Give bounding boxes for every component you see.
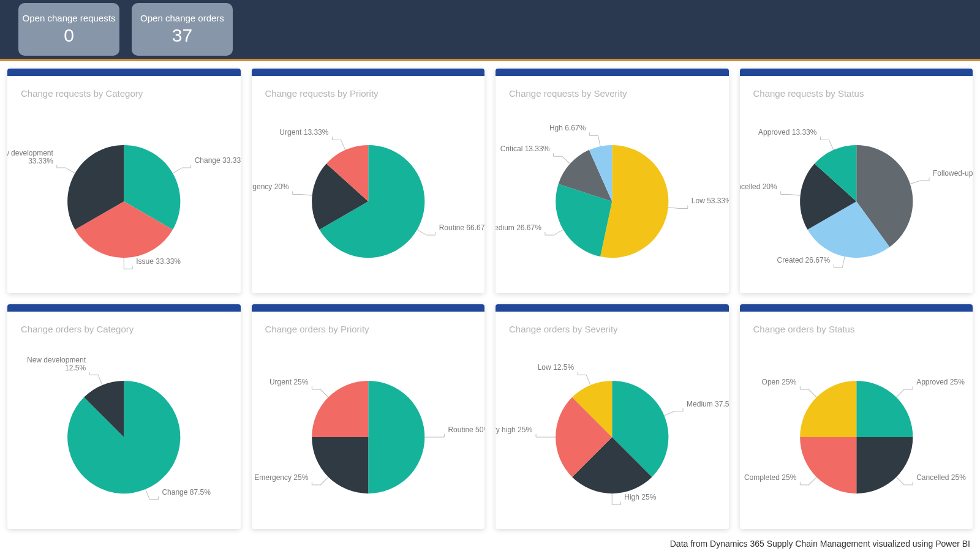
chart-body: Followed-up 40%Created 26.67%Cancelled 2… bbox=[740, 102, 973, 293]
topbar: Open change requests 0 Open change order… bbox=[0, 0, 980, 61]
leader-line bbox=[146, 489, 159, 500]
chart-card[interactable]: Change requests by Status Followed-up 40… bbox=[740, 69, 973, 293]
leader-line bbox=[57, 168, 75, 173]
chart-card[interactable]: Change requests by Priority Routine 66.6… bbox=[252, 69, 485, 293]
chart-title: Change requests by Priority bbox=[252, 76, 485, 102]
pie-chart: Low 53.33%Medium 26.67%Critical 13.33%Hg… bbox=[496, 102, 729, 293]
chart-card[interactable]: Change requests by Category Change 33.33… bbox=[7, 69, 241, 293]
slice-label: Low 12.5% bbox=[538, 363, 575, 372]
slice-label: High 25% bbox=[624, 493, 656, 501]
leader-line bbox=[589, 135, 600, 146]
slice-label: Cancelled 25% bbox=[916, 473, 966, 482]
pie-chart: Medium 37.5%High 25%Very high 25%Low 12.… bbox=[496, 338, 729, 529]
slice-label: Emergency 20% bbox=[252, 182, 289, 191]
leader-line bbox=[332, 140, 345, 149]
slice-label: Emergency 25% bbox=[254, 473, 308, 482]
chart-card[interactable]: Change orders by Severity Medium 37.5%Hi… bbox=[496, 304, 729, 529]
slice-label: Low 53.33% bbox=[692, 197, 729, 205]
chart-body: Approved 25%Cancelled 25%Completed 25%Op… bbox=[740, 338, 973, 529]
leader-line bbox=[312, 477, 328, 485]
chart-title: Change orders by Category bbox=[7, 312, 241, 338]
leader-line bbox=[89, 375, 102, 385]
leader-line bbox=[820, 140, 833, 149]
leader-line bbox=[910, 181, 929, 184]
leader-line bbox=[896, 477, 913, 485]
leader-line bbox=[668, 208, 688, 209]
leader-line bbox=[834, 257, 845, 268]
pie-slice[interactable] bbox=[368, 381, 424, 493]
chart-card[interactable]: Change orders by Status Approved 25%Canc… bbox=[740, 304, 973, 529]
leader-line bbox=[173, 168, 191, 173]
kpi-label: Open change orders bbox=[140, 13, 224, 23]
card-accent-bar bbox=[740, 304, 973, 312]
slice-label: Created 26.67% bbox=[777, 256, 830, 264]
slice-label: Cancelled 20% bbox=[740, 182, 777, 191]
slice-label: Critical 13.33% bbox=[500, 144, 550, 153]
pie-chart: Change 33.33%Issue 33.33%New development… bbox=[7, 102, 241, 293]
kpi-open-change-requests[interactable]: Open change requests 0 bbox=[18, 3, 119, 56]
slice-label: Change 33.33% bbox=[195, 156, 241, 165]
leader-line bbox=[896, 389, 913, 397]
chart-body: Routine 66.67%Emergency 20%Urgent 13.33% bbox=[252, 102, 485, 293]
card-accent-bar bbox=[496, 304, 729, 312]
leader-line bbox=[664, 411, 683, 416]
slice-label: Hgh 6.67% bbox=[549, 124, 586, 132]
pie-chart: Approved 25%Cancelled 25%Completed 25%Op… bbox=[740, 338, 973, 529]
chart-title: Change requests by Status bbox=[740, 76, 973, 102]
chart-card[interactable]: Change orders by Category Change 87.5%Ne… bbox=[7, 304, 241, 529]
card-accent-bar bbox=[252, 69, 485, 76]
chart-body: Low 53.33%Medium 26.67%Critical 13.33%Hg… bbox=[496, 102, 729, 293]
chart-title: Change orders by Severity bbox=[496, 312, 729, 338]
chart-body: Medium 37.5%High 25%Very high 25%Low 12.… bbox=[496, 338, 729, 529]
slice-label: Urgent 25% bbox=[269, 378, 308, 386]
leader-line bbox=[417, 230, 435, 235]
slice-label: Followed-up 40% bbox=[933, 169, 973, 178]
slice-label: Urgent 13.33% bbox=[279, 128, 328, 137]
leader-line bbox=[800, 389, 816, 397]
slice-label: Medium 37.5% bbox=[687, 400, 728, 408]
leader-line bbox=[124, 258, 132, 269]
kpi-value: 0 bbox=[64, 25, 74, 46]
chart-card[interactable]: Change orders by Priority Routine 50%Eme… bbox=[252, 304, 485, 529]
card-accent-bar bbox=[252, 304, 485, 312]
chart-body: Change 87.5%New development12.5% bbox=[7, 338, 241, 529]
kpi-value: 37 bbox=[172, 25, 192, 46]
leader-line bbox=[312, 389, 328, 397]
leader-line bbox=[553, 156, 570, 163]
chart-body: Routine 50%Emergency 25%Urgent 25% bbox=[252, 338, 485, 529]
slice-label: Completed 25% bbox=[744, 473, 796, 482]
kpi-label: Open change requests bbox=[23, 13, 116, 23]
card-accent-bar bbox=[7, 69, 241, 76]
slice-label: Issue 33.33% bbox=[136, 257, 181, 266]
leader-line bbox=[780, 194, 800, 195]
pie-chart: Routine 66.67%Emergency 20%Urgent 13.33% bbox=[252, 102, 485, 293]
kpi-open-change-orders[interactable]: Open change orders 37 bbox=[132, 3, 233, 56]
card-accent-bar bbox=[740, 69, 973, 76]
leader-line bbox=[800, 477, 816, 485]
slice-label: New development12.5% bbox=[27, 356, 86, 372]
leader-line bbox=[578, 375, 590, 385]
slice-label: New development33.33% bbox=[7, 149, 53, 165]
slice-label: Routine 50% bbox=[448, 425, 484, 434]
chart-title: Change requests by Severity bbox=[496, 76, 729, 102]
chart-body: Change 33.33%Issue 33.33%New development… bbox=[7, 102, 241, 293]
footer-caption: Data from Dynamics 365 Supply Chain Mana… bbox=[670, 539, 970, 549]
card-accent-bar bbox=[496, 69, 729, 76]
leader-line bbox=[545, 230, 564, 235]
chart-card[interactable]: Change requests by Severity Low 53.33%Me… bbox=[496, 69, 729, 293]
pie-chart: Change 87.5%New development12.5% bbox=[7, 338, 241, 529]
slice-label: Approved 13.33% bbox=[758, 128, 817, 137]
pie-chart: Followed-up 40%Created 26.67%Cancelled 2… bbox=[740, 102, 973, 293]
card-accent-bar bbox=[7, 304, 241, 312]
slice-label: Change 87.5% bbox=[162, 488, 211, 497]
slice-label: Approved 25% bbox=[916, 378, 965, 386]
slice-label: Medium 26.67% bbox=[496, 223, 541, 232]
leader-line bbox=[292, 194, 312, 195]
leader-line bbox=[612, 493, 620, 504]
chart-title: Change orders by Priority bbox=[252, 312, 485, 338]
slice-label: Very high 25% bbox=[496, 425, 532, 434]
slice-label: Open 25% bbox=[761, 378, 796, 386]
slice-label: Routine 66.67% bbox=[439, 223, 484, 232]
chart-title: Change requests by Category bbox=[7, 76, 241, 102]
chart-grid: Change requests by Category Change 33.33… bbox=[0, 61, 980, 536]
